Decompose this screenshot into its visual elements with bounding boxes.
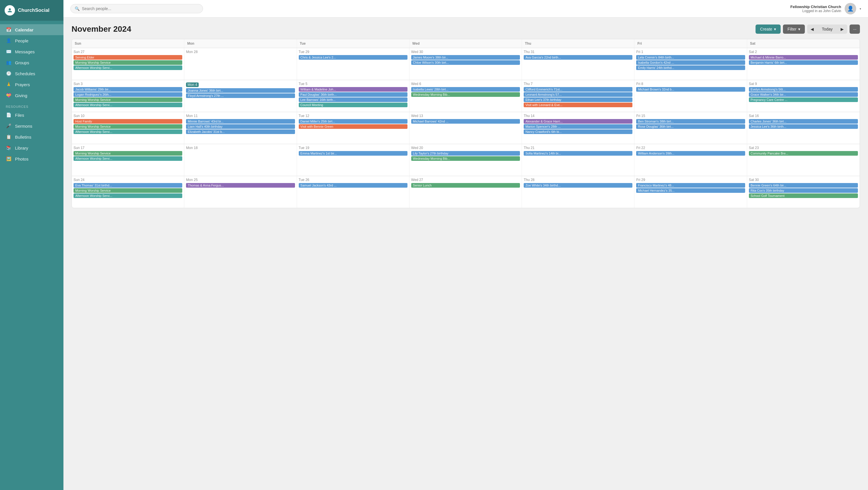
cal-event[interactable]: Wednesday Morning Bib... (411, 156, 520, 161)
cal-event[interactable]: Floyd Armstrong's 27th ... (186, 93, 295, 98)
today-button[interactable]: Today (817, 25, 837, 34)
brand-name: ChurchSocial (18, 7, 50, 13)
cal-event[interactable]: Francisco Martinez's 48... (636, 183, 745, 188)
cal-event[interactable]: Sofia Martinez's 14th bi... (524, 151, 632, 156)
sidebar-item-prayers[interactable]: 🙏 Prayers (0, 79, 63, 90)
create-label: Create (760, 27, 772, 31)
cal-event[interactable]: Lee Barrows' 16th birth... (299, 97, 407, 102)
cal-event[interactable]: Chris & Jessica Lee's 2... (299, 55, 407, 60)
cal-event[interactable]: Lily Taylor's 27th birthday (411, 151, 520, 156)
cal-event[interactable]: Rita Cox's 35th birthday (749, 188, 858, 193)
cal-cell-sat-16: Sat 16Charles Jones' 36th birt...Jessica… (747, 112, 860, 144)
cal-event[interactable]: Grace Walker's 34th bir... (749, 92, 858, 97)
cal-event[interactable]: Senior Lunch (411, 183, 520, 188)
cal-event[interactable]: Afternoon Worship Servi... (73, 156, 182, 161)
search-box[interactable]: 🔍 (70, 4, 203, 13)
search-input[interactable] (82, 6, 199, 11)
cal-event[interactable]: Emily Harris' 24th birthd... (636, 65, 745, 70)
prev-button[interactable]: ◀ (807, 25, 817, 34)
sidebar-item-messages[interactable]: ✉️ Messages (0, 46, 63, 57)
cal-week-4: Sun 24Eva Thomas' 31st birthd...Morning … (72, 176, 860, 208)
more-options-button[interactable]: ··· (849, 25, 860, 34)
cal-event[interactable]: Chloe Wilson's 30th birt... (411, 60, 520, 65)
cal-event[interactable]: Michael Barrows' 42nd ... (411, 119, 520, 124)
cal-event[interactable]: Alexander & Grace Harri... (524, 119, 632, 124)
cal-event[interactable]: Nancy Crawford's 6th bi... (524, 129, 632, 134)
cal-event[interactable]: Paul Douglas' 36th birth... (299, 92, 407, 97)
cal-event[interactable]: Ava Garcia's 22nd birth... (524, 55, 632, 60)
cal-event[interactable]: Host Family (73, 119, 182, 124)
day-headers: SunMonTueWedThuFriSat (72, 39, 860, 48)
cal-event[interactable]: Michael Hernandez's 35... (636, 188, 745, 193)
sidebar-item-files[interactable]: 📄 Files (0, 109, 63, 121)
cal-event[interactable]: Clifford Emmerich's 71st... (524, 87, 632, 92)
cal-event[interactable]: Wednesday Morning Bib... (411, 92, 520, 97)
cal-event[interactable]: Charles Jones' 36th birt... (749, 119, 858, 124)
cal-event[interactable]: Samuel Jackson's 43rd ... (299, 183, 407, 188)
sidebar-item-library[interactable]: 📚 Library (0, 142, 63, 153)
cal-event[interactable]: Daniel Miller's 25th birt... (299, 119, 407, 124)
cal-event[interactable]: William Anderson's 39th... (636, 151, 745, 156)
next-button[interactable]: ▶ (837, 25, 847, 34)
create-button[interactable]: Create ▾ (755, 25, 781, 34)
cal-event[interactable]: Bennie Green's 64th bir... (749, 183, 858, 188)
cal-event[interactable]: Morning Worship Service (73, 60, 182, 65)
cal-event[interactable]: Lela Cremin's 84th birth... (636, 55, 745, 60)
cal-event[interactable]: Visit with Bennie Green (299, 124, 407, 129)
sidebar-item-giving[interactable]: 💝 Giving (0, 90, 63, 101)
cal-event[interactable]: Leonard Armstrong's 57... (524, 92, 632, 97)
sidebar-item-sermons[interactable]: 🎤 Sermons (0, 121, 63, 131)
sidebar-item-calendar[interactable]: 📅 Calendar (0, 24, 63, 35)
cal-date-label: Sat 16 (749, 114, 858, 118)
cal-event[interactable]: Eva Thomas' 31st birthd... (73, 183, 182, 188)
chevron-down-icon[interactable]: ▾ (860, 7, 861, 10)
cal-event[interactable]: Council Meeting (299, 103, 407, 107)
cal-cell-mon-28: Mon 28 (184, 48, 297, 80)
cal-event[interactable]: Morning Worship Service (73, 97, 182, 102)
cal-event[interactable]: Afternoon Worship Servi... (73, 65, 182, 70)
cal-event[interactable]: William & Madeline Joh... (299, 87, 407, 92)
cal-event[interactable]: Ethan Lee's 37th birthday (524, 97, 632, 102)
cal-event[interactable]: Emma Martinez's 1st bir... (299, 151, 407, 156)
cal-event[interactable]: Isabella Lewis' 28th birt... (411, 87, 520, 92)
cal-event[interactable]: Morning Worship Service (73, 188, 182, 193)
cal-event[interactable]: Benjamin Harris' 6th birt... (749, 60, 858, 65)
cal-event[interactable]: Michael Brown's 32nd b... (636, 87, 745, 92)
cal-event[interactable]: Morning Worship Service (73, 151, 182, 156)
cal-event[interactable]: Ben Stroman's 38th birt... (636, 119, 745, 124)
cal-cell-fri-29: Fri 29Francisco Martinez's 48...Michael … (634, 176, 747, 208)
cal-event[interactable]: Afternoon Worship Servi... (73, 103, 182, 107)
cal-event[interactable]: Jacob Williams' 29th bir... (73, 87, 182, 92)
cal-event[interactable]: Afternoon Worship Servi... (73, 129, 182, 134)
cal-event[interactable]: Liam Hall's 40th birthday (186, 124, 295, 129)
cal-event[interactable]: James Moore's 38th bir... (411, 55, 520, 60)
sidebar-item-people[interactable]: 👤 People (0, 35, 63, 46)
sidebar-item-schedules[interactable]: 🕐 Schedules (0, 68, 63, 79)
sidebar-label-people: People (15, 38, 29, 43)
cal-event[interactable]: School Golf Tournament (749, 193, 858, 198)
avatar[interactable]: 👤 (845, 3, 856, 14)
cal-event[interactable]: Logan Rodriguez's 26th... (73, 92, 182, 97)
filter-button[interactable]: Filter ▾ (783, 25, 805, 34)
sidebar-item-groups[interactable]: 👥 Groups (0, 57, 63, 68)
cal-event[interactable]: Minnie Barrows' 43rd bi... (186, 119, 295, 124)
sidebar-item-bulletins[interactable]: 📋 Bulletins (0, 131, 63, 142)
cal-event[interactable]: Marion Spencer's 28th ... (524, 124, 632, 129)
sidebar-item-photos[interactable]: 🖼️ Photos (0, 153, 63, 164)
cal-event[interactable]: Morning Worship Service (73, 124, 182, 129)
cal-event[interactable]: Jessica Lee's 36th birth... (749, 124, 858, 129)
cal-event[interactable]: Pregnancy Care Centre ... (749, 97, 858, 102)
cal-event[interactable]: Evelyn Armstrong's 56t... (749, 87, 858, 92)
cal-event[interactable]: Michael & Minnie Barro... (749, 55, 858, 60)
cal-event[interactable]: Rose Douglas' 36th birt... (636, 124, 745, 129)
cal-event[interactable]: Community Pancake Bre... (749, 151, 858, 156)
cal-event[interactable]: Joanna Jones' 36th birt... (186, 88, 295, 93)
topbar: 🔍 Fellowship Christian Church Logged in … (63, 0, 868, 18)
cal-event[interactable]: Isabella Gordon's 42nd ... (636, 60, 745, 65)
cal-event[interactable]: Zoe White's 34th birthd... (524, 183, 632, 188)
cal-event[interactable]: Serving Elder (73, 55, 182, 60)
cal-event[interactable]: Thomas & Anna Fergus... (186, 183, 295, 188)
cal-event[interactable]: Afternoon Worship Servi... (73, 193, 182, 198)
cal-event[interactable]: Elizabeth Jacobs' 31st b... (186, 129, 295, 134)
cal-event[interactable]: Visit with Leonard & Eve... (524, 103, 632, 107)
